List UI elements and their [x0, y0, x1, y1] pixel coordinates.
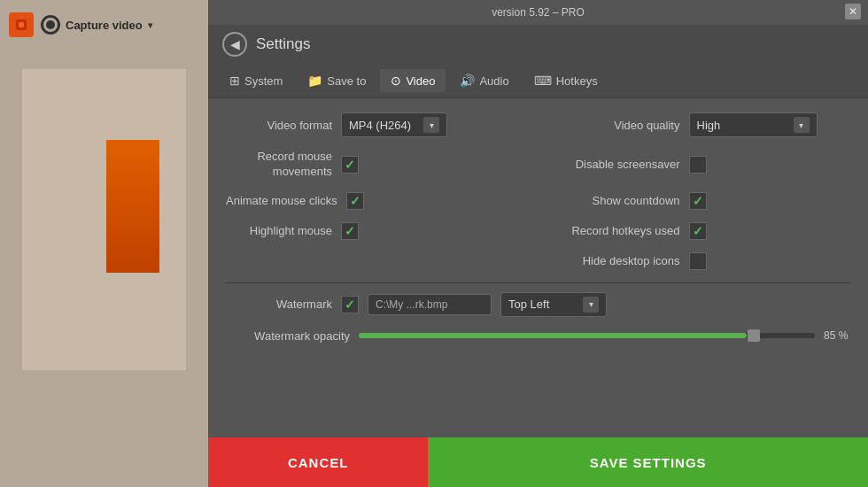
format-dropdown-arrow: ▾ [423, 117, 439, 133]
quality-label: Video quality [539, 119, 680, 132]
format-section: Video format MP4 (H264) ▾ [226, 112, 539, 137]
back-button[interactable]: ◀ [222, 32, 247, 57]
settings-header: ◀ Settings [208, 25, 868, 64]
chevron-down-icon: ▾ [148, 20, 152, 30]
quality-value: High [697, 119, 788, 132]
preview-image [106, 140, 159, 273]
animate-countdown-row: Animate mouse clicks Show countdown [226, 192, 850, 210]
record-hotkeys-section: Record hotkeys used [539, 222, 851, 240]
show-countdown-label: Show countdown [539, 194, 680, 207]
disable-screensaver-section: Disable screensaver [539, 156, 851, 174]
tab-saveto-label: Save to [327, 74, 366, 88]
watermark-position-dropdown[interactable]: Top Left ▾ [500, 292, 607, 317]
capture-label: Capture video [66, 19, 143, 32]
main-panel: version 5.92 – PRO ✕ ◀ Settings ⊞ System… [208, 0, 868, 487]
watermark-position-value: Top Left [508, 298, 577, 311]
format-quality-row: Video format MP4 (H264) ▾ Video quality … [226, 112, 850, 137]
settings-title: Settings [256, 35, 310, 53]
quality-dropdown[interactable]: High ▾ [689, 112, 818, 137]
record-hotkeys-label: Record hotkeys used [539, 224, 680, 237]
watermark-checkbox[interactable] [341, 296, 359, 313]
video-icon: ⊙ [391, 73, 401, 88]
opacity-slider-container: 85 % [359, 329, 850, 342]
hide-desktop-section: Hide desktop icons [539, 252, 851, 270]
system-icon: ⊞ [229, 73, 240, 88]
tab-saveto[interactable]: 📁 Save to [297, 69, 376, 92]
opacity-slider-thumb[interactable] [748, 329, 760, 342]
title-bar: version 5.92 – PRO ✕ [208, 0, 868, 25]
quality-section: Video quality High ▾ [539, 112, 851, 137]
watermark-row: Watermark C:\My ...rk.bmp Top Left ▾ [226, 292, 850, 317]
saveto-icon: 📁 [307, 73, 322, 88]
tab-video-label: Video [406, 74, 435, 88]
hide-desktop-label: Hide desktop icons [539, 254, 680, 267]
audio-icon: 🔊 [460, 73, 475, 88]
capture-video-button[interactable]: Capture video ▾ [41, 15, 152, 35]
tab-hotkeys[interactable]: ⌨ Hotkeys [523, 69, 608, 92]
record-icon [41, 15, 60, 35]
tab-audio[interactable]: 🔊 Audio [449, 69, 519, 92]
close-button[interactable]: ✕ [845, 4, 861, 19]
tab-hotkeys-label: Hotkeys [556, 74, 598, 88]
tab-video[interactable]: ⊙ Video [380, 69, 446, 92]
watermark-section: Watermark C:\My ...rk.bmp Top Left ▾ [226, 292, 850, 317]
mouse-screensaver-row: Record mousemovements Disable screensave… [226, 150, 850, 180]
tab-system[interactable]: ⊞ System [219, 69, 293, 92]
record-mouse-checkbox[interactable] [341, 156, 359, 174]
opacity-row: Watermark opacity 85 % [226, 329, 850, 343]
tab-audio-label: Audio [479, 74, 508, 88]
back-icon: ◀ [230, 37, 240, 51]
app-icon [9, 12, 34, 37]
record-mouse-section: Record mousemovements [226, 150, 539, 180]
disable-screensaver-label: Disable screensaver [539, 158, 680, 171]
watermark-path-display[interactable]: C:\My ...rk.bmp [368, 294, 492, 315]
highlight-mouse-checkbox[interactable] [341, 222, 359, 240]
format-dropdown[interactable]: MP4 (H264) ▾ [341, 112, 447, 137]
hide-desktop-checkbox[interactable] [689, 252, 707, 270]
cancel-button[interactable]: CANCEL [208, 437, 428, 487]
app-version: version 5.92 – PRO [492, 6, 585, 19]
record-hotkeys-checkbox[interactable] [689, 222, 707, 240]
footer: CANCEL SAVE SETTINGS [208, 437, 868, 487]
hotkeys-icon: ⌨ [534, 73, 552, 88]
format-value: MP4 (H264) [349, 119, 418, 132]
record-mouse-label: Record mousemovements [226, 150, 332, 180]
animate-clicks-section: Animate mouse clicks [226, 192, 539, 210]
disable-screensaver-checkbox[interactable] [689, 156, 707, 174]
close-icon: ✕ [849, 5, 857, 18]
content-area: Video format MP4 (H264) ▾ Video quality … [208, 98, 868, 437]
hide-desktop-row: Hide desktop icons [226, 252, 850, 270]
preview-area [22, 69, 186, 370]
animate-clicks-checkbox[interactable] [346, 192, 364, 210]
opacity-section: Watermark opacity 85 % [226, 329, 850, 343]
sidebar-top: Capture video ▾ [0, 7, 208, 43]
opacity-value: 85 % [824, 329, 850, 342]
record-dot [46, 20, 55, 29]
highlight-mouse-section: Highlight mouse [226, 222, 539, 240]
format-label: Video format [226, 119, 332, 132]
quality-dropdown-arrow: ▾ [794, 117, 810, 133]
show-countdown-section: Show countdown [539, 192, 851, 210]
opacity-slider-track[interactable] [359, 333, 815, 338]
save-settings-button[interactable]: SAVE SETTINGS [428, 437, 868, 487]
show-countdown-checkbox[interactable] [689, 192, 707, 210]
tab-system-label: System [244, 74, 283, 88]
svg-rect-1 [19, 22, 24, 27]
tab-bar: ⊞ System 📁 Save to ⊙ Video 🔊 Audio ⌨ Hot… [208, 64, 868, 98]
sidebar: Capture video ▾ [0, 0, 208, 487]
opacity-slider-fill [359, 333, 747, 338]
opacity-label: Watermark opacity [226, 329, 350, 343]
highlight-hotkeys-row: Highlight mouse Record hotkeys used [226, 222, 850, 240]
watermark-position-arrow: ▾ [583, 297, 599, 313]
separator [226, 282, 850, 283]
animate-clicks-label: Animate mouse clicks [226, 194, 337, 207]
watermark-label: Watermark [226, 298, 332, 311]
highlight-mouse-label: Highlight mouse [226, 224, 332, 237]
